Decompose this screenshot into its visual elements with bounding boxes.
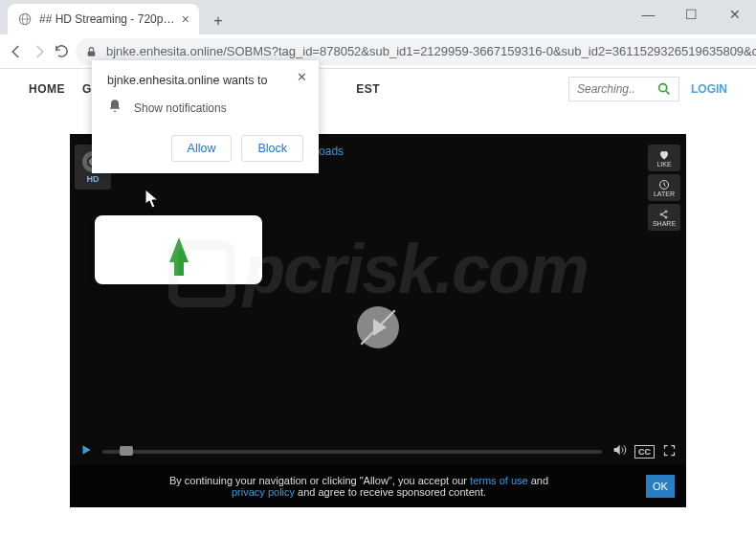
like-label: LIKE <box>656 161 671 168</box>
notification-popup: ✕ bjnke.enhesita.online wants to Show no… <box>92 60 319 173</box>
search-box <box>568 77 679 101</box>
browser-tab[interactable]: ## HD Streaming - 720p - Unlim × <box>8 4 199 34</box>
hd-label: HD <box>87 174 100 184</box>
share-label: SHARE <box>653 220 676 227</box>
globe-icon <box>17 11 33 27</box>
tab-title: ## HD Streaming - 720p - Unlim <box>39 12 175 26</box>
privacy-link[interactable]: privacy policy <box>232 486 295 498</box>
maximize-button[interactable]: ☐ <box>670 0 713 29</box>
nav-home[interactable]: HOME <box>29 82 65 96</box>
share-button[interactable]: SHARE <box>648 204 680 231</box>
forward-button[interactable] <box>31 38 48 65</box>
reload-button[interactable] <box>54 38 70 65</box>
consent-bar: By continuing your navigation or clickin… <box>70 465 686 507</box>
terms-link[interactable]: terms of use <box>470 475 528 486</box>
url-text: bjnke.enhesita.online/SOBMS?tag_id=87805… <box>106 44 756 58</box>
allow-button[interactable]: Allow <box>171 135 233 162</box>
notification-title: bjnke.enhesita.online wants to <box>107 74 303 87</box>
cc-button[interactable]: CC <box>634 445 655 459</box>
ok-button[interactable]: OK <box>646 475 675 498</box>
consent-text: By continuing your navigation or clickin… <box>169 475 470 486</box>
play-button-disabled[interactable] <box>357 306 399 348</box>
svg-point-9 <box>665 211 667 213</box>
player-controls: CC <box>70 438 686 465</box>
volume-icon[interactable] <box>611 442 627 461</box>
svg-rect-3 <box>88 51 96 56</box>
svg-point-10 <box>665 216 667 218</box>
up-arrow-icon <box>169 237 189 262</box>
bell-icon <box>107 99 122 118</box>
svg-line-6 <box>666 91 669 94</box>
seek-knob[interactable] <box>120 446 133 456</box>
login-link[interactable]: LOGIN <box>691 82 727 96</box>
later-button[interactable]: LATER <box>648 174 680 201</box>
later-label: LATER <box>654 190 675 197</box>
nav-item[interactable]: EST <box>356 82 380 96</box>
minimize-button[interactable]: — <box>627 0 670 29</box>
video-player: HD HD Streaming - 720p - Unlimited Downl… <box>70 134 686 507</box>
consent-and: and <box>528 475 548 486</box>
consent-suffix: and agree to receive sponsored content. <box>295 486 486 498</box>
play-icon[interactable] <box>79 443 93 460</box>
seek-bar[interactable] <box>102 450 602 454</box>
back-button[interactable] <box>8 38 25 65</box>
search-input[interactable] <box>577 82 654 96</box>
search-button[interactable] <box>654 78 675 100</box>
fullscreen-icon[interactable] <box>662 443 677 461</box>
svg-point-5 <box>659 84 667 92</box>
notification-body: Show notifications <box>134 101 227 115</box>
notification-close-icon[interactable]: ✕ <box>297 70 307 84</box>
new-tab-button[interactable]: + <box>205 8 232 34</box>
close-window-button[interactable]: ✕ <box>713 0 756 29</box>
arrow-hint-card <box>95 215 262 284</box>
tab-close-icon[interactable]: × <box>182 11 189 27</box>
like-button[interactable]: LIKE <box>648 145 680 171</box>
svg-point-8 <box>660 213 662 215</box>
lock-icon <box>85 45 99 58</box>
block-button[interactable]: Block <box>241 135 303 162</box>
